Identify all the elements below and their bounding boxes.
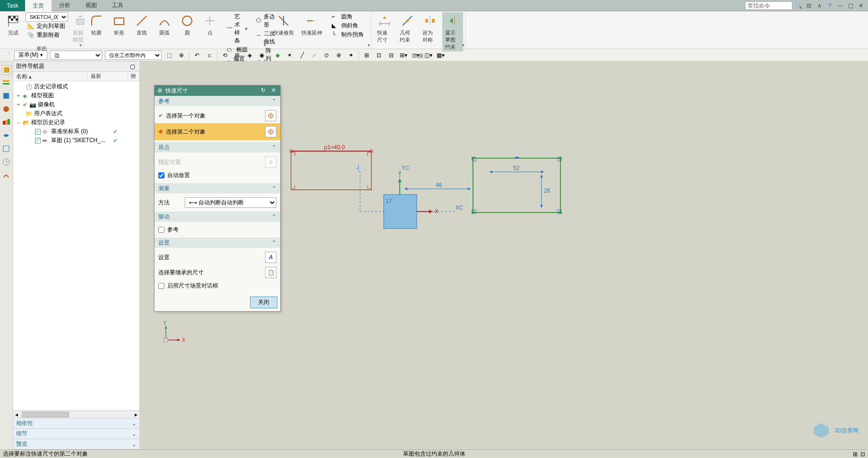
section-dependency[interactable]: 相依性⌄ [13, 418, 139, 429]
circle-button[interactable]: 圆 [177, 12, 198, 37]
tree-user-expr[interactable]: 📁用户表达式 [14, 109, 138, 118]
sidebar-icon-8[interactable] [2, 158, 11, 167]
sidebar-navigator-icon[interactable] [2, 65, 11, 75]
tb-icon-snap-5[interactable]: ✦ [346, 51, 356, 60]
section-detail[interactable]: 细节⌄ [13, 429, 139, 439]
window-toggle-icon[interactable]: ⊟ [805, 1, 813, 10]
tb-icon-snap-2[interactable]: ⟋ [309, 51, 319, 60]
svg-text:Y: Y [163, 321, 167, 326]
quick-extend-button[interactable]: 快速延伸 [299, 12, 325, 37]
folder-icon: 📁 [26, 110, 32, 117]
svg-point-69 [559, 157, 562, 160]
tb-icon-view-1[interactable]: ⊞ [362, 51, 371, 60]
sidebar-icon-9[interactable] [2, 171, 11, 180]
svg-text:XC: XC [455, 204, 464, 211]
curves-group-expand[interactable]: ▾ [264, 42, 266, 48]
tree-camera[interactable]: +✔📷摄像机 [14, 100, 138, 109]
edit-group-expand[interactable]: ▾ [368, 42, 370, 48]
ribbon: 完成 SKETCH_000 📐定向到草图 📎重新附着 更新模型 草图 ▾ 轮廓 … [0, 11, 868, 49]
folder-open-icon: 📂 [23, 119, 29, 126]
svg-text:┤: ┤ [356, 165, 361, 172]
svg-rect-1 [9, 16, 11, 18]
collapse-icon[interactable]: − [16, 119, 21, 126]
checkbox-checked[interactable]: ✓ [35, 129, 41, 135]
tb-icon-snap-1[interactable]: ╱ [297, 51, 307, 60]
svg-text:YC: YC [402, 165, 410, 171]
tb-icon-10[interactable]: ✶ [285, 51, 294, 60]
geo-constraint-button[interactable]: 几何约束 [397, 12, 418, 44]
finish-sketch-button[interactable]: 完成 [3, 12, 24, 37]
sidebar-icon-5[interactable] [2, 118, 11, 127]
svg-rect-26 [3, 80, 9, 82]
minimize-icon[interactable]: — [836, 1, 844, 10]
svg-text:17: 17 [386, 198, 392, 204]
sidebar-icon-4[interactable] [2, 105, 11, 114]
help-icon[interactable]: ? [825, 1, 834, 10]
tab-analysis[interactable]: 分析 [52, 0, 78, 11]
orient-to-sketch[interactable]: 📐定向到草图 [26, 22, 68, 31]
show-constraints-button[interactable]: 显示草图约束 [442, 12, 463, 51]
tb-icon-snap-3[interactable]: ⊙ [322, 51, 331, 60]
tree-sketch[interactable]: ✓✏草图 (1) "SKETCH_...✔ [14, 136, 138, 145]
constraints-group-expand[interactable]: ▾ [462, 42, 464, 48]
ellipse-button[interactable]: ⬭椭圆 [225, 45, 249, 54]
status-icon-2[interactable]: ⊡ [860, 451, 865, 458]
reattach[interactable]: 📎重新附着 [26, 31, 68, 40]
statusbar: 选择要标注快速尺寸的第二个对象 草图包含过约束的几何体 ⊞ ⊡ [0, 450, 868, 458]
sidebar-icon-3[interactable] [2, 92, 11, 101]
expand-icon[interactable]: + [16, 102, 21, 108]
tb-icon-snap-4[interactable]: ⊕ [334, 51, 344, 60]
extend-icon [304, 13, 319, 28]
checkbox-checked[interactable]: ✓ [35, 138, 41, 144]
svg-point-68 [472, 157, 474, 160]
close-icon[interactable]: ✕ [857, 1, 865, 10]
fillet-icon: ⌐ [332, 13, 339, 21]
status-center: 草图包含过约束的几何体 [403, 450, 465, 458]
tab-view[interactable]: 视图 [78, 0, 104, 11]
graphics-canvas[interactable]: ⚙ 快速尺寸 ↻ ✕ 参考⌃ ✔选择第一个对象 ✱选择第二个对象 原点⌃ 指定位… [140, 61, 868, 450]
chamfer-button[interactable]: ◣倒斜角 [330, 21, 366, 30]
line-button[interactable]: 直线 [131, 12, 152, 37]
sidebar-icon-7[interactable] [2, 144, 11, 154]
profile-button[interactable]: 轮廓 [86, 12, 107, 37]
sketch-name-combo[interactable]: SKETCH_000 [26, 12, 68, 22]
nav-scrollbar[interactable]: ◂▸ [13, 410, 139, 418]
section-preview[interactable]: 预览⌄ [13, 439, 139, 450]
quick-trim-button[interactable]: 快速修剪 [270, 12, 297, 37]
make-symmetric-button[interactable]: 设为对称 [420, 12, 440, 44]
make-corner-button[interactable]: └制作拐角 [330, 30, 366, 39]
rectangle-icon [112, 13, 127, 28]
arc-button[interactable]: 圆弧 [154, 12, 175, 37]
clock-icon: 🕐 [26, 84, 32, 90]
sketch-icon: ✏ [43, 137, 49, 144]
tab-tools[interactable]: 工具 [104, 0, 131, 11]
svg-rect-32 [8, 119, 10, 125]
svg-rect-4 [16, 18, 18, 21]
tree-datum-csys[interactable]: ✓⊹基准坐标系 (0)✔ [14, 127, 138, 136]
expand-icon[interactable]: + [16, 93, 21, 99]
command-search[interactable] [745, 1, 792, 10]
search-icon[interactable]: 🔍 [794, 1, 803, 10]
nav-tree: 🕐历史记录模式 +◈模型视图 +✔📷摄像机 📁用户表达式 −📂模型历史记录 ✓⊹… [13, 81, 139, 410]
point-button[interactable]: 点 [199, 12, 220, 37]
tree-model-history[interactable]: −📂模型历史记录 [14, 118, 138, 127]
maximize-icon[interactable]: ▢ [846, 1, 855, 10]
rapid-dim-button[interactable]: 快速尺寸 [374, 12, 395, 44]
sidebar-icon-2[interactable] [2, 78, 11, 88]
task-button[interactable]: Task [0, 0, 25, 11]
col-name[interactable]: 名称 ▴ [13, 72, 88, 81]
polygon-icon: ⬠ [256, 17, 262, 25]
tab-home[interactable]: 主页 [25, 0, 52, 12]
sidebar-icon-6[interactable] [2, 131, 11, 141]
art-spline-button[interactable]: 〰艺术样条▾ [225, 12, 249, 45]
svg-rect-23 [432, 19, 435, 23]
collapse-ribbon-icon[interactable]: ∧ [815, 1, 824, 10]
point-icon [202, 13, 217, 28]
tree-model-view[interactable]: +◈模型视图 [14, 91, 138, 100]
sketch-group-expand[interactable]: ▾ [79, 42, 82, 48]
fillet-button[interactable]: ⌐圆角 [330, 12, 366, 21]
corner-icon: └ [332, 31, 339, 39]
status-icon-1[interactable]: ⊞ [853, 451, 858, 458]
svg-rect-25 [4, 67, 9, 73]
rectangle-button[interactable]: 矩形 [109, 12, 129, 37]
